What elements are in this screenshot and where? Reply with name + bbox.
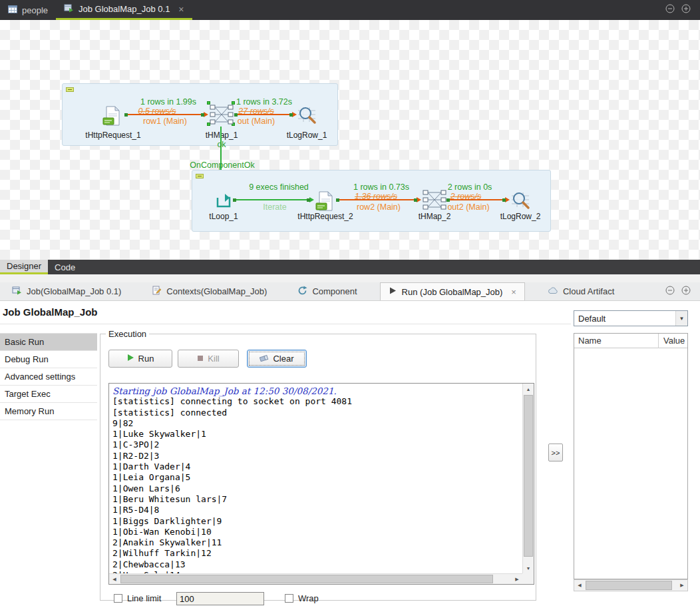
horizontal-scrollbar[interactable]: ◀ ▶: [109, 573, 522, 584]
connection-anchor: [234, 113, 238, 117]
sidebar-item-advanced-settings[interactable]: Advanced settings: [0, 368, 97, 386]
connection-line[interactable]: [448, 199, 505, 200]
component-label: tLogRow_2: [494, 212, 547, 221]
kill-button-label: Kill: [208, 354, 219, 364]
console-line: [statistics] connecting to socket on por…: [112, 396, 519, 407]
arrowhead-icon: [292, 112, 297, 117]
run-button[interactable]: Run: [108, 350, 172, 368]
clear-button[interactable]: Clear: [247, 350, 307, 368]
component-thttprequest-1[interactable]: [102, 105, 123, 129]
component-icon: [297, 286, 307, 298]
run-view: Job GlobalMap_Job Basic Run Debug Run Ad…: [0, 301, 700, 606]
connection-anchor: [446, 198, 450, 202]
sidebar-item-memory-run[interactable]: Memory Run: [0, 403, 97, 420]
trigger-ok-label: ok: [212, 140, 232, 149]
connection-name-label[interactable]: row1 (Main): [132, 117, 198, 126]
eraser-icon: [260, 354, 269, 364]
arrowhead-icon: [505, 197, 510, 202]
minimize-icon[interactable]: [665, 286, 675, 298]
sidebar-item-basic-run[interactable]: Basic Run: [0, 334, 97, 351]
tab-job-globalmap[interactable]: Job GlobalMap_Job 0.1 ×: [56, 0, 192, 20]
divider: [0, 324, 571, 324]
context-select[interactable]: Default ▼: [574, 310, 688, 326]
context-horizontal-scrollbar[interactable]: ◀ ▶: [574, 579, 688, 591]
console-line: 9|82: [112, 418, 519, 429]
console-line: 1|Beru Whitesun lars|7: [112, 494, 519, 505]
expand-context-button[interactable]: >>: [548, 444, 563, 461]
close-icon[interactable]: ×: [511, 287, 516, 297]
scrollbar-corner: [522, 573, 534, 584]
line-limit-label: Line limit: [127, 593, 161, 603]
kill-button[interactable]: Kill: [178, 350, 239, 368]
column-value[interactable]: Value: [663, 336, 685, 346]
line-limit-input[interactable]: [176, 592, 264, 605]
column-divider[interactable]: [658, 334, 659, 348]
component-thmap-1[interactable]: [210, 104, 234, 128]
talend-studio-window: people Job GlobalMap_Job 0.1 × 1 rows in…: [0, 0, 700, 606]
component-label: tHttpRequest_2: [295, 212, 355, 221]
tab-cloud-artifact[interactable]: Cloud Artifact: [540, 282, 622, 300]
tab-job[interactable]: Job(GlobalMap_Job 0.1): [4, 282, 129, 300]
wrap-checkbox[interactable]: [285, 594, 293, 603]
tab-contexts[interactable]: Contexts(GlobalMap_Job): [144, 282, 275, 300]
scroll-right-icon[interactable]: ▶: [677, 580, 687, 591]
console-line: 1|Darth Vader|4: [112, 461, 519, 472]
component-tloop-1[interactable]: [214, 191, 233, 212]
console-line: 1|Leia Organa|5: [112, 472, 519, 483]
scroll-left-icon[interactable]: ◀: [574, 580, 585, 591]
scroll-left-icon[interactable]: ◀: [109, 574, 120, 584]
subjob-collapse-toggle[interactable]: [196, 174, 204, 178]
panel-divider: [0, 274, 700, 282]
tab-run[interactable]: Run (Job GlobalMap_Job) ×: [380, 282, 525, 300]
console-line: Starting job GlobalMap_Job at 12:50 30/0…: [112, 386, 519, 396]
tab-label: Job GlobalMap_Job 0.1: [79, 4, 170, 14]
line-limit-checkbox[interactable]: [114, 594, 122, 603]
context-select-value: Default: [574, 314, 675, 324]
console-line: 1|R5-D4|8: [112, 505, 519, 515]
maximize-icon[interactable]: [681, 286, 691, 298]
scroll-down-icon[interactable]: ▼: [523, 563, 534, 573]
connection-anchor: [307, 198, 310, 202]
console-line: 1|Obi-Wan Kenobi|10: [112, 527, 519, 537]
maximize-icon[interactable]: [681, 4, 691, 16]
connection-name-label[interactable]: row2 (Main): [339, 202, 419, 212]
component-tlogrow-2[interactable]: [510, 190, 530, 213]
console-output[interactable]: Starting job GlobalMap_Job at 12:50 30/0…: [108, 383, 534, 585]
close-icon[interactable]: ×: [178, 5, 184, 14]
chevron-down-icon[interactable]: ▼: [675, 311, 687, 326]
scrollbar-thumb[interactable]: [120, 575, 493, 583]
component-thmap-2[interactable]: [423, 189, 446, 213]
subjob-collapse-toggle[interactable]: [66, 87, 74, 92]
scroll-up-icon[interactable]: ▲: [523, 384, 534, 394]
tab-code[interactable]: Code: [48, 260, 82, 274]
tab-label: people: [22, 5, 48, 15]
iterate-name-label[interactable]: Iterate: [235, 202, 315, 212]
connection-line[interactable]: [236, 114, 292, 115]
job-design-canvas[interactable]: 1 rows in 1.99s 0.5 rows/s row1 (Main) 1…: [0, 20, 700, 260]
minimize-icon[interactable]: [665, 4, 675, 16]
panel-bar-controls: [665, 282, 700, 300]
tab-designer[interactable]: Designer: [0, 260, 48, 274]
component-thttprequest-2[interactable]: [315, 190, 336, 214]
tab-people[interactable]: people: [0, 0, 56, 20]
sidebar-item-target-exec[interactable]: Target Exec: [0, 386, 97, 403]
connection-line[interactable]: [126, 114, 204, 115]
bottom-panel-tab-bar: Job(GlobalMap_Job 0.1) Contexts(GlobalMa…: [0, 282, 700, 301]
vertical-scrollbar[interactable]: ▲ ▼: [522, 384, 534, 573]
tab-component[interactable]: Component: [289, 282, 365, 300]
run-icon: [389, 286, 397, 297]
sidebar-item-debug-run[interactable]: Debug Run: [0, 351, 97, 368]
connection-line[interactable]: [338, 199, 417, 200]
connection-anchor: [124, 113, 128, 117]
execution-legend: Execution: [106, 329, 149, 339]
component-label: tHttpRequest_1: [80, 131, 146, 140]
component-label: tLoop_1: [197, 212, 250, 221]
scrollbar-thumb[interactable]: [586, 581, 672, 590]
iterate-line[interactable]: [235, 199, 309, 200]
scrollbar-thumb[interactable]: [524, 395, 533, 557]
console-line: 1|Luke Skywalker|1: [112, 429, 519, 440]
trigger-name-label[interactable]: OnComponentOk: [182, 160, 262, 170]
column-name[interactable]: Name: [578, 336, 602, 346]
component-tlogrow-1[interactable]: [297, 105, 317, 128]
scroll-right-icon[interactable]: ▶: [512, 574, 522, 584]
